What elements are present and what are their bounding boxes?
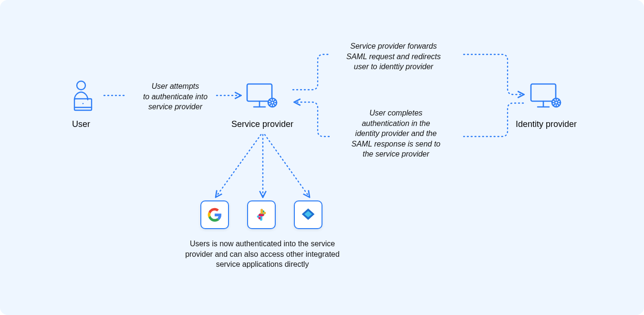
app-tile-azure <box>294 200 322 229</box>
app-tile-google <box>200 200 229 229</box>
slack-icon <box>254 208 269 222</box>
svg-line-11 <box>216 135 261 197</box>
result-text: Users is now authenticated into the serv… <box>172 239 353 270</box>
svg-line-13 <box>265 135 309 197</box>
app-tile-slack <box>247 200 276 229</box>
azure-ad-icon <box>301 207 316 222</box>
google-icon <box>208 208 222 222</box>
diagram-canvas: User Service provider <box>0 0 644 315</box>
